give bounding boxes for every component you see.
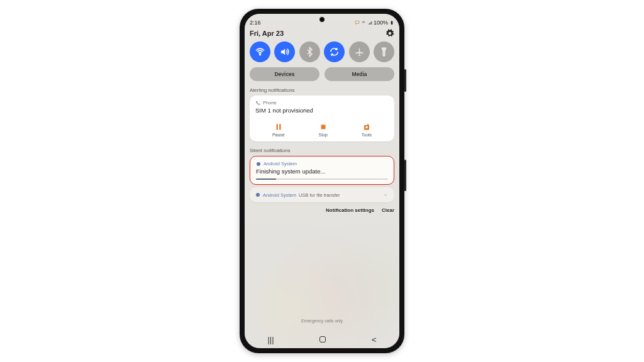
media-label: Media — [352, 71, 367, 77]
nav-bar: ||| < — [245, 331, 399, 348]
system-update-progress-fill — [256, 178, 276, 180]
svg-rect-9 — [367, 124, 369, 125]
system-update-source: Android System — [256, 161, 388, 167]
android-system-icon — [256, 162, 261, 167]
qs-flashlight-toggle[interactable] — [374, 41, 394, 62]
svg-rect-6 — [321, 125, 325, 129]
phone-notification-source: Phone — [255, 100, 389, 106]
front-camera — [319, 17, 325, 22]
svg-rect-4 — [276, 124, 277, 129]
wifi-status-icon — [361, 20, 366, 25]
svg-rect-1 — [391, 21, 393, 25]
svg-point-3 — [260, 54, 261, 55]
system-update-source-label: Android System — [264, 161, 297, 167]
flashlight-icon — [379, 47, 389, 57]
alerting-section-label: Alerting notifications — [250, 87, 394, 93]
svg-point-11 — [256, 193, 260, 197]
phone-notification-card[interactable]: Phone SIM 1 not provisioned Pause Stop T… — [250, 96, 394, 141]
usb-notification-card[interactable]: Android System USB for file transfer — [250, 187, 394, 202]
system-update-progress — [256, 178, 388, 180]
rotate-icon — [329, 47, 340, 57]
pause-label: Pause — [272, 133, 285, 137]
sound-icon — [279, 47, 290, 57]
system-update-card[interactable]: Android System Finishing system update..… — [250, 156, 394, 185]
recents-button[interactable]: ||| — [267, 335, 274, 344]
phone-screen: 2:16 100% Fri, Apr 23 — [245, 14, 399, 348]
shade-footer: Notification settings Clear — [250, 207, 394, 213]
pause-icon — [274, 123, 283, 131]
qs-rotate-toggle[interactable] — [324, 41, 345, 62]
devices-label: Devices — [274, 71, 294, 77]
notification-settings-link[interactable]: Notification settings — [326, 207, 374, 213]
svg-point-10 — [257, 162, 260, 166]
svg-rect-5 — [279, 124, 280, 129]
recorder-actions: Pause Stop Tools — [255, 118, 389, 137]
svg-rect-0 — [355, 21, 359, 23]
chevron-down-icon[interactable] — [382, 192, 389, 198]
qs-sound-toggle[interactable] — [274, 41, 295, 62]
stop-action[interactable]: Stop — [319, 123, 328, 137]
qs-airplane-toggle[interactable] — [349, 41, 370, 62]
notification-shade[interactable]: 2:16 100% Fri, Apr 23 — [245, 14, 399, 348]
status-icons: 100% — [355, 19, 394, 26]
signal-icon — [367, 20, 372, 25]
airplane-icon — [354, 47, 365, 57]
media-panel-button[interactable]: Media — [325, 67, 394, 81]
settings-gear-icon[interactable] — [386, 29, 394, 38]
svg-rect-2 — [391, 21, 392, 21]
phone-notification-message: SIM 1 not provisioned — [255, 107, 389, 114]
silent-section-label: Silent notifications — [250, 148, 394, 153]
bluetooth-icon — [304, 47, 315, 57]
phone-source-label: Phone — [263, 100, 277, 106]
svg-point-8 — [365, 126, 368, 129]
tools-label: Tools — [362, 133, 372, 137]
tools-action[interactable]: Tools — [362, 123, 372, 137]
date-row: Fri, Apr 23 — [250, 29, 394, 38]
stop-label: Stop — [319, 133, 328, 137]
home-button[interactable] — [319, 336, 326, 343]
phone-frame: 2:16 100% Fri, Apr 23 — [240, 9, 404, 353]
tools-icon — [362, 123, 371, 131]
emergency-label: Emergency calls only — [245, 319, 399, 323]
phone-app-icon — [255, 101, 260, 106]
power-button[interactable] — [404, 160, 406, 191]
battery-text: 100% — [374, 19, 388, 26]
usb-source-label: Android System — [263, 192, 296, 198]
volume-button[interactable] — [404, 69, 406, 92]
status-time: 2:16 — [250, 19, 261, 26]
battery-icon — [389, 20, 394, 25]
wifi-icon — [255, 47, 265, 57]
qs-bluetooth-toggle[interactable] — [299, 41, 320, 62]
panel-row: Devices Media — [250, 67, 394, 81]
date-label: Fri, Apr 23 — [250, 30, 284, 37]
usb-message: USB for file transfer — [299, 192, 340, 198]
clear-all-button[interactable]: Clear — [382, 207, 394, 213]
back-button[interactable]: < — [372, 335, 377, 344]
stop-icon — [319, 123, 328, 131]
pause-action[interactable]: Pause — [272, 123, 285, 137]
quick-settings-row — [250, 41, 394, 62]
system-update-message: Finishing system update... — [256, 168, 388, 175]
qs-wifi-toggle[interactable] — [250, 41, 270, 62]
devices-panel-button[interactable]: Devices — [250, 67, 319, 81]
cast-icon — [355, 20, 360, 25]
android-system-icon — [255, 192, 260, 197]
